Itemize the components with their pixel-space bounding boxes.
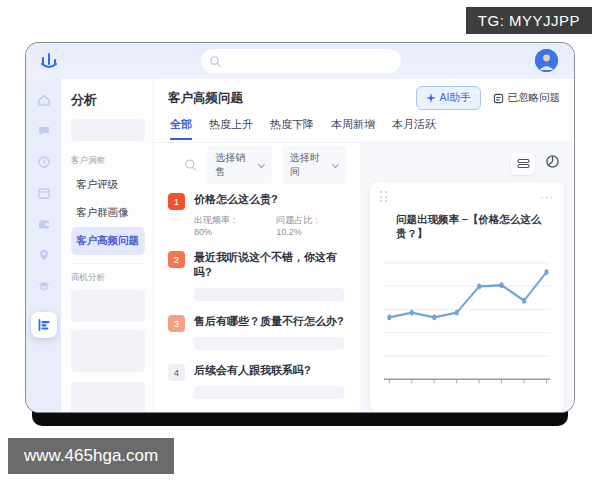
ignored-questions-button[interactable]: 已忽略问题 <box>493 91 561 105</box>
pie-view-toggle[interactable] <box>545 154 560 173</box>
wallet-icon[interactable] <box>37 217 51 235</box>
tab-all[interactable]: 全部 <box>170 117 192 140</box>
analytics-active-tab[interactable] <box>31 312 57 338</box>
app-logo-icon <box>39 51 59 75</box>
question-row-1[interactable]: 1 价格怎么这么贵? 出现频率：80% 问题占比：10.2% <box>168 192 346 237</box>
question-row-3[interactable]: 3 售后有哪些？质量不行怎么办? <box>168 314 346 350</box>
card-menu-button[interactable]: ··· <box>540 194 554 200</box>
sidebar-item-customer-profile[interactable]: 客户群画像 <box>71 199 145 227</box>
app-window: 分析 客户洞察 客户评级 客户群画像 客户高频问题 商机分析 客户高频问题 <box>25 42 575 413</box>
chart-panel: ··· 问题出现频率 –【价格怎么这么贵？】 <box>360 143 574 412</box>
view-toggles <box>370 151 564 176</box>
bar-chart-icon <box>37 318 51 332</box>
question-row-2[interactable]: 2 最近我听说这个不错，你这有吗? <box>168 250 346 301</box>
rank-badge: 3 <box>168 315 185 332</box>
calendar-icon[interactable] <box>37 186 51 204</box>
top-bar <box>26 43 574 79</box>
list-view-icon <box>517 158 530 169</box>
skeleton-bar <box>71 290 145 322</box>
rank-badge: 4 <box>168 364 185 381</box>
skeleton-bar <box>194 288 344 301</box>
rank-badge: 2 <box>168 251 185 268</box>
sidebar-title: 分析 <box>71 91 145 109</box>
chevron-down-icon <box>332 161 339 168</box>
question-row-4[interactable]: 4 后续会有人跟我联系吗? <box>168 363 346 399</box>
tab-heat-rising[interactable]: 热度上升 <box>209 117 253 138</box>
question-stats: 出现频率：80% 问题占比：10.2% <box>194 214 346 237</box>
icon-rail <box>26 79 61 412</box>
sidebar-nav: 分析 客户洞察 客户评级 客户群画像 客户高频问题 商机分析 <box>61 79 154 412</box>
sidebar-item-customer-rating[interactable]: 客户评级 <box>71 171 145 199</box>
skeleton-bar <box>194 337 344 350</box>
skeleton-bar <box>194 386 344 399</box>
content-header: 客户高频问题 AI助手 已忽略问题 <box>154 79 574 117</box>
select-sales-dropdown[interactable]: 选择销售 <box>207 146 271 184</box>
question-title: 后续会有人跟我联系吗? <box>194 363 344 377</box>
share-value: 10.2% <box>276 227 302 237</box>
main-content: 客户高频问题 AI助手 已忽略问题 <box>154 79 574 412</box>
question-title: 最近我听说这个不错，你这有吗? <box>194 250 346 279</box>
global-search-input[interactable] <box>201 49 401 73</box>
watermark-label: www.465hga.com <box>8 438 174 474</box>
screenshot-stage: { "overlay": { "tg_label": "TG: MYYJJPP"… <box>0 0 600 480</box>
tab-active-this-month[interactable]: 本月活跃 <box>392 117 436 138</box>
drag-handle-icon[interactable] <box>380 191 388 203</box>
pie-chart-icon <box>545 154 560 169</box>
list-view-toggle[interactable] <box>511 153 535 175</box>
user-avatar[interactable] <box>535 49 558 72</box>
sidebar-section-customer-insight: 客户洞察 <box>71 155 145 167</box>
clock-icon[interactable] <box>37 155 51 173</box>
filter-row: 选择销售 选择时间 <box>168 151 346 179</box>
tg-contact-label: TG: MYYJJPP <box>466 7 592 34</box>
tab-heat-falling[interactable]: 热度下降 <box>270 117 314 138</box>
question-title: 这个原理是什么? <box>194 412 344 413</box>
tab-bar: 全部 热度上升 热度下降 本周新增 本月活跃 <box>154 117 574 143</box>
skeleton-bar <box>71 119 145 141</box>
question-list: 选择销售 选择时间 1 价格怎么这么贵? 出现频率：80% <box>154 143 360 412</box>
sparkle-icon <box>426 93 436 103</box>
chevron-down-icon <box>258 161 265 168</box>
ignored-list-icon <box>493 93 504 104</box>
chart-title: 问题出现频率 –【价格怎么这么贵？】 <box>396 213 554 241</box>
search-icon <box>209 55 222 68</box>
sidebar-section-opportunity: 商机分析 <box>71 272 145 284</box>
question-title: 价格怎么这么贵? <box>194 192 346 206</box>
question-row-5[interactable]: 5 这个原理是什么? <box>168 412 346 413</box>
select-time-dropdown[interactable]: 选择时间 <box>282 146 346 184</box>
ai-assistant-button[interactable]: AI助手 <box>416 86 481 110</box>
frequency-chart-card: ··· 问题出现频率 –【价格怎么这么贵？】 <box>370 182 564 412</box>
rank-badge: 1 <box>168 193 185 210</box>
skeleton-bar <box>71 330 145 372</box>
divider <box>71 263 145 264</box>
frequency-value: 80% <box>194 227 212 237</box>
chat-icon[interactable] <box>37 124 51 142</box>
tab-new-this-week[interactable]: 本周新增 <box>331 117 375 138</box>
sidebar-item-frequent-questions[interactable]: 客户高频问题 <box>71 227 145 255</box>
frequency-line-chart <box>382 247 552 399</box>
location-pin-icon[interactable] <box>37 248 51 266</box>
graduation-cap-icon[interactable] <box>37 279 51 297</box>
question-title: 售后有哪些？质量不行怎么办? <box>194 314 344 328</box>
home-icon[interactable] <box>37 93 51 111</box>
list-search-icon[interactable] <box>184 158 197 172</box>
page-title: 客户高频问题 <box>168 90 416 107</box>
skeleton-bar <box>71 382 145 413</box>
